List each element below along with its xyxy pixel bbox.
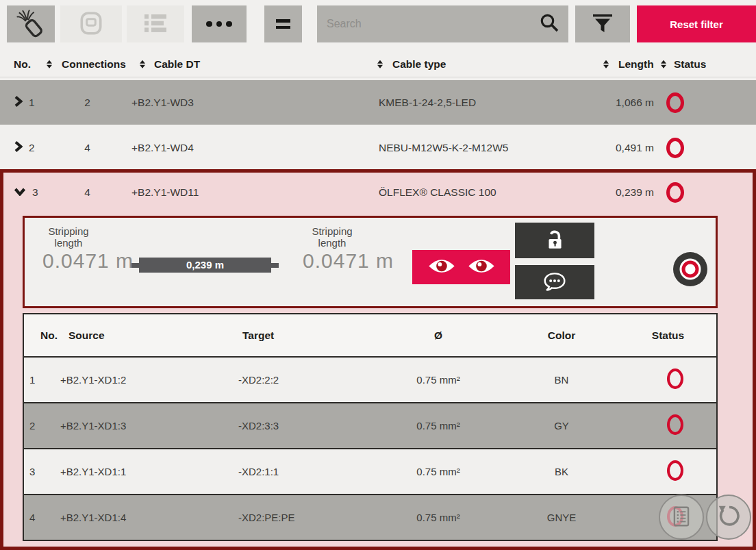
wire-source: +B2.Y1-XD1:3 [55, 420, 229, 432]
cable-table-header: No. Connections Cable DT Cable type Leng… [0, 51, 756, 77]
stripping-length-label: Stripping length [34, 225, 103, 249]
wire-number: 4 [24, 512, 55, 523]
search-input[interactable] [327, 18, 538, 30]
filter-button[interactable] [575, 5, 630, 42]
sort-icon[interactable] [661, 60, 666, 68]
cable-length-bar: 0,239 m [139, 258, 271, 273]
eye-icon [467, 257, 496, 277]
wire-source: +B2.Y1-XD1:1 [55, 466, 229, 477]
connector-housing-button[interactable] [60, 5, 122, 42]
wire-number: 1 [24, 374, 55, 386]
comment-button[interactable] [515, 265, 594, 299]
wire-row[interactable]: 1 +B2.Y1-XD1:2 -XD2:2:2 0.75 mm² BN [24, 356, 716, 402]
wire-row[interactable]: 4 +B2.Y1-XD1:4 -XD2:PE:PE 0.75 mm² GNYE [24, 494, 716, 540]
table-row[interactable]: 2 4 +B2.Y1-WD4 NEBU-M12W5-K-2-M12W5 0,49… [0, 126, 756, 169]
status-ring-icon [667, 368, 683, 389]
ellipsis-icon [206, 21, 212, 27]
column-cable-type: Cable type [392, 58, 446, 71]
rotate-reset-button[interactable] [706, 495, 751, 540]
sort-icon[interactable] [47, 60, 52, 68]
wire-table: No. Source Target Ø Color Status 1 +B2.Y… [23, 313, 718, 541]
sort-icon[interactable] [603, 60, 609, 68]
wire-diameter: 0.75 mm² [373, 466, 503, 477]
wire-diameter: 0.75 mm² [373, 420, 503, 432]
cable-dt: +B2.Y1-WD3 [110, 97, 373, 109]
protocol-button[interactable] [659, 495, 704, 540]
record-status-icon [672, 251, 708, 287]
search-field [317, 5, 568, 42]
column-source: Source [55, 329, 229, 342]
chevron-right-icon[interactable] [14, 140, 23, 155]
table-row-expanded[interactable]: 3 4 +B2.Y1-WD11 ÖLFLEX® CLASSIC 100 0,23… [3, 173, 753, 212]
status-ring-icon [667, 460, 683, 481]
cable-harness-icon [14, 7, 47, 42]
chevron-down-icon[interactable] [14, 186, 26, 199]
status-ring-icon [666, 92, 684, 113]
column-no: No. [24, 329, 55, 342]
toolbar: Reset filter [0, 0, 756, 48]
cable-dt: +B2.Y1-WD4 [110, 142, 373, 154]
view-both-ends-button[interactable] [412, 250, 510, 284]
wire-color: GNYE [503, 512, 620, 523]
protocol-document-icon [670, 505, 692, 530]
cable-end-right [271, 263, 279, 268]
row-number: 3 [32, 186, 38, 199]
stripping-length-label: Stripping length [298, 225, 366, 249]
column-target: Target [229, 329, 373, 342]
equals-button[interactable] [264, 5, 302, 42]
chevron-right-icon[interactable] [14, 95, 23, 110]
wire-number: 3 [24, 466, 55, 477]
reset-filter-button[interactable]: Reset filter [637, 5, 756, 42]
column-length: Length [618, 58, 654, 71]
stripping-detail-panel: Stripping length 0.0471 m 0,239 m Stripp… [23, 216, 718, 308]
stripping-length-value: 0.0471 m [303, 249, 394, 273]
cable-type: KMEB-1-24-2,5-LED [373, 97, 589, 109]
speech-bubble-icon [542, 271, 567, 294]
wire-source: +B2.Y1-XD1:4 [55, 512, 229, 523]
wire-color: GY [503, 420, 620, 432]
row-number: 2 [29, 142, 35, 154]
cable-end-left [131, 263, 139, 268]
column-status: Status [620, 329, 716, 342]
connections-count: 4 [65, 186, 110, 199]
row-number: 1 [29, 97, 35, 109]
more-options-button[interactable] [192, 5, 247, 42]
column-status: Status [674, 58, 706, 71]
wire-row[interactable]: 3 +B2.Y1-XD1:1 -XD2:1:1 0.75 mm² BK [24, 448, 716, 494]
cable-length: 0,239 m [589, 186, 654, 199]
wire-target: -XD2:PE:PE [229, 512, 373, 523]
cable-type: NEBU-M12W5-K-2-M12W5 [373, 142, 589, 154]
cable-harness-button[interactable] [7, 5, 55, 42]
equals-icon [276, 19, 290, 23]
filter-funnel-icon [590, 11, 616, 38]
eye-icon [427, 257, 456, 277]
status-ring-icon [667, 414, 683, 435]
list-view-icon [141, 12, 170, 37]
wire-diameter: 0.75 mm² [373, 512, 503, 523]
wire-target: -XD2:3:3 [229, 420, 373, 432]
sort-icon[interactable] [377, 60, 383, 68]
column-connections: Connections [62, 58, 126, 71]
wire-row[interactable]: 2 +B2.Y1-XD1:3 -XD2:3:3 0.75 mm² GY [24, 402, 716, 448]
cable-length: 1,066 m [589, 97, 654, 109]
column-cable-dt: Cable DT [154, 58, 200, 71]
sort-icon[interactable] [140, 60, 145, 68]
unlock-button[interactable] [515, 223, 594, 258]
cable-length: 0,491 m [589, 142, 654, 154]
cable-graphic: 0,239 m [131, 258, 279, 273]
wire-diameter: 0.75 mm² [373, 374, 503, 386]
wire-target: -XD2:2:2 [229, 374, 373, 386]
list-view-button[interactable] [127, 5, 184, 42]
wire-target: -XD2:1:1 [229, 466, 373, 477]
wire-color: BK [503, 466, 620, 477]
connector-housing-icon [77, 10, 105, 39]
search-icon[interactable] [538, 12, 560, 36]
expanded-cable-section: 3 4 +B2.Y1-WD11 ÖLFLEX® CLASSIC 100 0,23… [0, 169, 756, 550]
status-ring-icon [666, 138, 684, 158]
connections-count: 4 [65, 142, 110, 154]
column-no: No. [14, 58, 31, 71]
unlock-icon [544, 228, 566, 253]
table-row[interactable]: 1 2 +B2.Y1-WD3 KMEB-1-24-2,5-LED 1,066 m [0, 80, 756, 125]
wire-table-header: No. Source Target Ø Color Status [24, 314, 716, 356]
cable-type: ÖLFLEX® CLASSIC 100 [373, 186, 589, 199]
